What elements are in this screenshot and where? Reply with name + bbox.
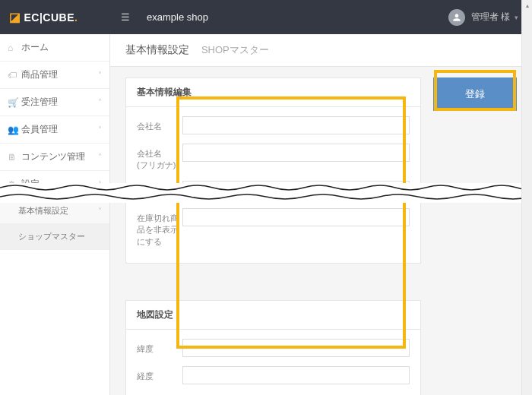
company-name-input[interactable] [182,116,410,134]
sidebar: ⌂ホーム 🏷商品管理˅ 🛒受注管理˅ 👥会員管理˅ 🗎コンテンツ管理˅ ⚙設定˄… [0,34,110,395]
tag-icon: 🏷 [8,70,21,81]
user-label: 管理者 様 [471,11,510,24]
scrollbar[interactable]: ▴ [521,0,532,395]
sidebar-sub-label: 基本情報設定 [18,205,98,216]
field-label: 緯度 [137,339,182,355]
field-label: 経度 [137,366,182,382]
users-icon: 👥 [8,125,21,135]
hide-outofstock-input[interactable] [182,208,410,226]
avatar-icon [448,9,465,26]
panel-heading: 基本情報編集 [126,78,420,107]
sidebar-item-home[interactable]: ⌂ホーム [0,34,109,62]
brand-text: EC|CUBE [24,11,75,24]
brand-logo: ◪ EC|CUBE. [0,0,110,34]
cart-icon: 🛒 [8,97,21,108]
sidebar-item-label: コンテンツ管理 [21,150,98,163]
field-label: 在庫切れ商品を非表示にする [137,208,182,248]
sidebar-item-label: 受注管理 [21,96,98,109]
sidebar-item-label: 商品管理 [21,68,98,81]
panel-heading: 地図設定 [126,301,420,330]
page-subtitle: SHOPマスター [201,44,269,55]
panel-basic-info: 基本情報編集 会社名 会社名 (フリガナ) 店名 在庫切れ商品を非表示にする [125,77,421,264]
hamburger-icon[interactable]: ☰ [110,11,141,23]
topbar: ◪ EC|CUBE. ☰ example shop 管理者 様 ▾ [0,0,532,34]
breadcrumb: 基本情報設定 SHOPマスター [110,34,532,67]
sidebar-sub-label: ショップマスター [18,231,102,242]
chevron-down-icon: ▾ [515,14,518,21]
latitude-input[interactable] [182,339,410,357]
shop-name: example shop [141,11,448,23]
company-kana-input[interactable] [182,144,410,162]
torn-edge [0,183,532,203]
sidebar-item-products[interactable]: 🏷商品管理˅ [0,62,109,89]
sidebar-item-members[interactable]: 👥会員管理˅ [0,116,109,144]
scroll-up-icon[interactable]: ▴ [522,0,532,11]
page-title: 基本情報設定 [125,43,189,55]
sidebar-item-orders[interactable]: 🛒受注管理˅ [0,89,109,116]
longitude-input[interactable] [182,366,410,384]
register-button[interactable]: 登録 [433,77,517,111]
home-icon: ⌂ [8,43,21,53]
field-label: 会社名 (フリガナ) [137,144,182,172]
field-label: 会社名 [137,116,182,132]
doc-icon: 🗎 [8,152,21,163]
panel-map: 地図設定 緯度 経度 [125,300,421,395]
main: 基本情報設定 SHOPマスター 基本情報編集 会社名 会社名 (フリガナ) 店名… [110,34,532,395]
cube-icon: ◪ [9,10,21,24]
sidebar-item-contents[interactable]: 🗎コンテンツ管理˅ [0,144,109,171]
user-menu[interactable]: 管理者 様 ▾ [448,9,532,26]
sidebar-sub-shopmaster[interactable]: ショップマスター [0,224,109,250]
sidebar-item-label: 会員管理 [21,123,98,136]
sidebar-item-label: ホーム [21,41,102,54]
